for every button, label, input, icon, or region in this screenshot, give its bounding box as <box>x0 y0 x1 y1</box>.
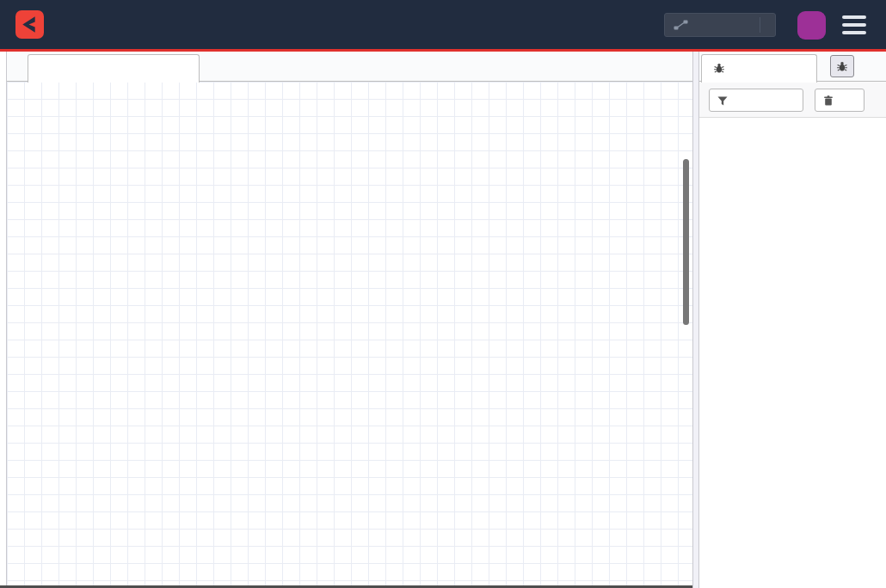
flowfuse-logo-icon <box>15 10 44 39</box>
debug-panel-toggle-button[interactable] <box>830 55 854 77</box>
debug-clear-button[interactable] <box>815 89 864 112</box>
debug-toolbar <box>699 82 886 118</box>
sidebar-options-chevron-down-icon[interactable] <box>864 52 883 82</box>
workspace <box>7 52 692 588</box>
flow-list-chevron-down-icon[interactable] <box>669 52 688 82</box>
wires-layer <box>7 82 692 588</box>
main-area <box>0 52 886 588</box>
sidebar-splitter[interactable] <box>692 52 699 588</box>
palette-collapsed-gutter <box>0 52 7 588</box>
tab-debug[interactable] <box>701 54 817 83</box>
header-bar <box>0 0 886 49</box>
workspace-tabbar <box>7 52 692 82</box>
bug-icon <box>836 60 848 72</box>
tab-flow-1[interactable] <box>28 54 200 83</box>
canvas-vertical-scrollbar[interactable] <box>683 159 689 325</box>
add-flow-button[interactable] <box>638 52 659 82</box>
run-flows-icon[interactable] <box>615 52 634 82</box>
funnel-icon <box>717 95 729 107</box>
bug-icon <box>713 62 725 77</box>
debug-filter-button[interactable] <box>709 89 803 112</box>
deploy-button[interactable] <box>664 13 776 37</box>
sidebar-tabbar <box>699 52 886 82</box>
user-avatar[interactable] <box>797 11 826 40</box>
deploy-divider <box>760 17 760 33</box>
flow-canvas[interactable] <box>7 82 692 588</box>
node-red-editor <box>0 0 886 588</box>
main-menu-icon[interactable] <box>842 15 866 34</box>
debug-messages-panel[interactable] <box>699 118 886 588</box>
trash-icon <box>822 95 834 107</box>
deploy-icon <box>674 19 688 31</box>
debug-sidebar <box>699 52 886 588</box>
